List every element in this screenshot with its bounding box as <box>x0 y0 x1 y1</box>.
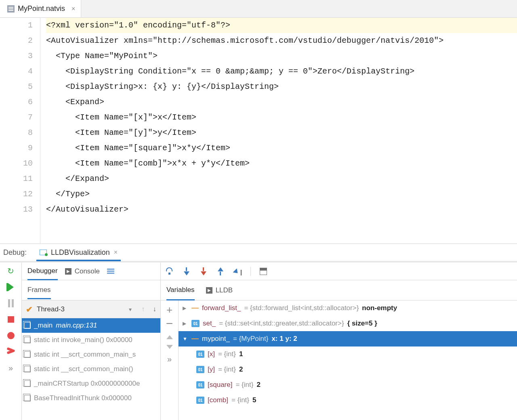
variable-row[interactable]: ▶ forward_list_ = {std::forward_list<int… <box>179 300 517 316</box>
code-line: <AutoVisualizer xmlns="http://schemas.mi… <box>46 33 517 48</box>
step-over-icon[interactable] <box>166 267 174 275</box>
console-icon: ▶ <box>65 268 71 275</box>
frame-location: main.cpp:131 <box>56 321 97 330</box>
code-line: <Item Name="[y]">y</Item> <box>46 125 517 141</box>
var-name: [square] <box>208 381 232 389</box>
variable-row[interactable]: 01 [y] = {int} 2 <box>179 362 517 377</box>
line-number: 3 <box>0 48 33 64</box>
pause-icon[interactable] <box>6 299 15 308</box>
step-out-icon[interactable] <box>216 267 225 275</box>
code-line: </Type> <box>46 187 517 202</box>
debug-action-gutter: ↻ » <box>0 262 22 420</box>
watch-gutter: + − » <box>161 300 179 420</box>
frame-icon <box>24 380 31 387</box>
frame-name: static int __scrt_common_main() <box>34 365 133 373</box>
tab-label: LLDB <box>216 286 233 294</box>
run-to-cursor-icon[interactable] <box>233 267 242 275</box>
var-value: { size=5 } <box>347 319 377 328</box>
var-name: mypoint_ <box>202 335 230 343</box>
line-number: 4 <box>0 64 33 79</box>
stack-frame[interactable]: static int __scrt_common_main_s <box>22 347 160 362</box>
move-down-icon[interactable] <box>166 345 173 349</box>
frame-icon <box>24 337 31 343</box>
force-step-into-icon[interactable] <box>200 267 208 275</box>
frame-icon <box>24 322 31 329</box>
var-name: [x] <box>208 350 215 358</box>
step-into-icon[interactable] <box>183 267 191 275</box>
code-line: <?xml version="1.0" encoding="utf-8"?> <box>46 18 517 33</box>
chevron-right-icon[interactable]: ▶ <box>183 321 188 326</box>
value-icon: 01 <box>196 381 204 388</box>
frames-panel: Debugger ▶ Console Frames ✔ Thread-3 ▾ ↑… <box>22 262 161 420</box>
line-number: 9 <box>0 141 33 156</box>
more-icon[interactable]: » <box>167 355 172 364</box>
tab-variables[interactable]: Variables <box>166 280 195 300</box>
stop-icon[interactable] <box>6 315 15 324</box>
var-name: set_ <box>203 319 216 328</box>
more-icon[interactable]: » <box>6 363 15 372</box>
code-line: <Item Name="[square]">x*y</Item> <box>46 141 517 156</box>
arrow-down-icon[interactable]: ↓ <box>153 305 157 313</box>
variable-row[interactable]: ▶ 01 set_ = {std::set<int,std::greater,s… <box>179 316 517 331</box>
debug-label: Debug: <box>3 248 27 257</box>
run-config-name: LLDBVisualization <box>51 248 110 257</box>
var-value: x: 1 y: 2 <box>271 335 297 343</box>
line-number: 7 <box>0 110 33 125</box>
arrow-up-icon[interactable]: ↑ <box>141 305 145 313</box>
line-number: 2 <box>0 33 33 48</box>
list-icon <box>191 335 199 342</box>
code-content[interactable]: <?xml version="1.0" encoding="utf-8"?> <… <box>40 18 517 244</box>
variable-row[interactable]: 01 [comb] = {int} 5 <box>179 393 517 408</box>
file-tab[interactable]: MyPoint.natvis × <box>0 0 81 17</box>
variable-row[interactable]: 01 [square] = {int} 2 <box>179 377 517 393</box>
variables-sub-tabs: Variables ▶ LLDB <box>161 280 517 300</box>
resume-icon[interactable] <box>6 283 15 292</box>
var-type: = {std::forward_list<int,std::allocator>… <box>244 304 359 312</box>
frame-icon <box>24 395 31 401</box>
breakpoints-icon[interactable] <box>6 331 15 340</box>
chevron-right-icon[interactable]: ▶ <box>183 305 188 311</box>
var-type: = {int} <box>218 350 236 358</box>
file-tab-bar: MyPoint.natvis × <box>0 0 517 18</box>
var-type: = {int} <box>235 381 253 389</box>
tab-console[interactable]: ▶ Console <box>65 267 100 275</box>
code-line: <DisplayString>x: {x} y: {y}</DisplayStr… <box>46 79 517 94</box>
move-up-icon[interactable] <box>166 335 173 339</box>
mute-breakpoints-icon[interactable] <box>6 347 15 356</box>
frames-label: Frames <box>27 286 51 299</box>
chevron-down-icon[interactable]: ▼ <box>183 336 188 342</box>
add-watch-icon[interactable]: + <box>166 304 172 315</box>
stack-frame[interactable]: BaseThreadInitThunk 0x000000 <box>22 391 160 405</box>
rerun-icon[interactable]: ↻ <box>6 267 15 275</box>
threads-icon[interactable] <box>107 268 114 275</box>
stack-frame[interactable]: _main main.cpp:131 <box>22 318 160 333</box>
tab-lldb[interactable]: ▶ LLDB <box>206 286 233 294</box>
stack-frame[interactable]: static int invoke_main() 0x00000 <box>22 333 160 347</box>
tab-label: Variables <box>166 286 195 294</box>
var-name: [y] <box>208 365 215 374</box>
frames-header: Frames <box>22 280 160 300</box>
debugger-sub-tabs: Debugger ▶ Console <box>22 262 160 280</box>
thread-selector[interactable]: ✔ Thread-3 ▾ ↑ ↓ <box>22 300 160 318</box>
var-type: = {std::set<int,std::greater,std::alloca… <box>219 319 344 328</box>
tab-debugger[interactable]: Debugger <box>27 262 58 280</box>
stack-frame[interactable]: static int __scrt_common_main() <box>22 362 160 376</box>
variable-tree: ▶ forward_list_ = {std::forward_list<int… <box>179 300 517 420</box>
code-editor[interactable]: 1 2 3 4 5 6 7 8 9 10 11 12 13 <?xml vers… <box>0 18 517 244</box>
stack-frame[interactable]: _mainCRTStartup 0x0000000000e <box>22 376 160 391</box>
remove-watch-icon[interactable]: − <box>166 317 173 330</box>
run-config-tab[interactable]: LLDBVisualization × <box>36 245 121 261</box>
variable-row[interactable]: ▼ mypoint_ = {MyPoint} x: 1 y: 2 <box>179 331 517 346</box>
frame-name: _main <box>34 321 53 330</box>
var-name: forward_list_ <box>202 304 241 312</box>
evaluate-expression-icon[interactable] <box>260 268 267 275</box>
tab-label: Debugger <box>27 267 58 275</box>
debug-panel-header: Debug: LLDBVisualization × <box>0 244 517 262</box>
variable-row[interactable]: 01 [x] = {int} 1 <box>179 346 517 362</box>
frame-list: _main main.cpp:131 static int invoke_mai… <box>22 318 160 420</box>
line-number: 11 <box>0 171 33 187</box>
var-value: 2 <box>256 381 260 389</box>
code-line: </AutoVisualizer> <box>46 202 517 217</box>
close-icon[interactable]: × <box>71 5 75 13</box>
close-icon[interactable]: × <box>114 249 118 256</box>
